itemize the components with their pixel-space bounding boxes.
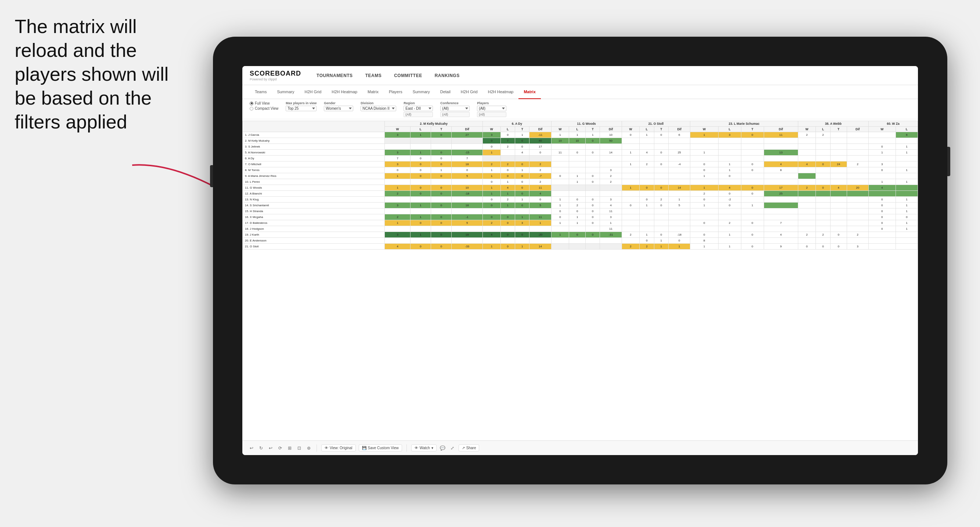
r8c9: 0 <box>551 173 569 179</box>
r4c3: 0 <box>431 150 452 156</box>
sub-nav-summary[interactable]: Summary <box>272 85 299 99</box>
r5c15 <box>654 156 668 162</box>
r18c10: 0 <box>569 232 585 238</box>
table-row: 11. G Woods 1 0 0 10 1 4 0 11 1 <box>243 185 918 191</box>
sub-nav-h2h-grid[interactable]: H2H Grid <box>299 85 326 99</box>
r17c24 <box>847 226 869 232</box>
r2c13 <box>622 138 640 144</box>
r7c9 <box>551 167 569 173</box>
sub-nav-detail[interactable]: Detail <box>435 85 456 99</box>
r16c2: 0 <box>410 220 431 226</box>
r20c19: 0 <box>741 244 764 249</box>
settings-icon[interactable]: ⊛ <box>305 445 312 451</box>
sub-nav-teams[interactable]: Teams <box>250 85 272 99</box>
tablet-device: SCOREBOARD Powered by clippd TOURNAMENTS… <box>213 37 947 484</box>
copy-icon[interactable]: ⊞ <box>286 445 293 451</box>
r5c5 <box>483 156 501 162</box>
gender-select[interactable]: Women's Men's <box>324 106 353 111</box>
full-view-radio[interactable] <box>250 102 253 105</box>
max-players-select[interactable]: Top 25 Top 50 All <box>286 106 317 111</box>
region-select[interactable]: East - DII West - DII Central - DII <box>404 106 433 111</box>
player-13-name: 14. S Srichantamit <box>243 203 385 208</box>
r2c11: 0 <box>585 138 600 144</box>
r4c23 <box>830 150 847 156</box>
division-label: Division <box>361 101 396 105</box>
r18c13: 2 <box>622 232 640 238</box>
r8c26 <box>896 173 918 179</box>
r14c11: 0 <box>585 208 600 214</box>
r7c22 <box>816 167 830 173</box>
r14c22 <box>816 208 830 214</box>
compact-view-radio[interactable] <box>250 107 253 111</box>
r20c5: 1 <box>483 244 501 249</box>
sub-nav-summary2[interactable]: Summary <box>407 85 435 99</box>
view-original-btn[interactable]: 👁 View: Original <box>321 444 356 451</box>
nav-committee[interactable]: COMMITTEE <box>393 71 423 79</box>
share-btn[interactable]: ↗ Share <box>458 444 479 451</box>
player-17-name: 18. J Hodgson <box>243 226 385 232</box>
col-ady-l: L <box>501 127 515 132</box>
nav-rankings[interactable]: RANKINGS <box>434 71 460 79</box>
r17c7 <box>515 226 530 232</box>
r20c11 <box>585 244 600 249</box>
col-aw-w: W <box>798 127 816 132</box>
r12c21 <box>798 197 816 203</box>
r9c9 <box>551 179 569 185</box>
sub-nav-h2h-heatmap2[interactable]: H2H Heatmap <box>483 85 519 99</box>
view-original-label: View: Original <box>330 446 353 450</box>
r10c19: 0 <box>741 185 764 191</box>
conference-select[interactable]: (All) <box>440 106 469 111</box>
r9c16 <box>668 179 690 185</box>
r12c7: 1 <box>515 197 530 203</box>
sub-nav-matrix2[interactable]: Matrix <box>519 85 541 99</box>
save-custom-btn[interactable]: 💾 Save Custom View <box>359 444 402 451</box>
r5c4: 7 <box>452 156 483 162</box>
fullscreen-icon[interactable]: ⤢ <box>449 445 456 451</box>
r13c3: 0 <box>431 203 452 208</box>
r17c14 <box>640 226 654 232</box>
r6c1: 3 <box>385 162 410 167</box>
watch-btn[interactable]: 👁 Watch ▾ <box>411 444 437 451</box>
player-col-header <box>243 121 385 132</box>
matrix-content[interactable]: 2. M Kelly Mulcahy 6. A Dy 11. G Woods 2… <box>242 119 918 440</box>
r12c24 <box>847 197 869 203</box>
r17c22 <box>816 226 830 232</box>
sub-nav-players[interactable]: Players <box>384 85 407 99</box>
sub-nav-matrix[interactable]: Matrix <box>363 85 384 99</box>
r14c25: 0 <box>869 208 896 214</box>
r4c22 <box>816 150 830 156</box>
compact-view-option[interactable]: Compact View <box>250 106 278 111</box>
comment-icon[interactable]: 💬 <box>439 445 446 451</box>
zoom-icon[interactable]: ⊡ <box>296 445 302 451</box>
division-select[interactable]: NCAA Division II NCAA Division I NCAA Di… <box>361 106 396 111</box>
undo-icon[interactable]: ↩ <box>248 445 255 451</box>
r18c11: 0 <box>585 232 600 238</box>
r10c26 <box>896 185 918 191</box>
col-ady-w: W <box>483 127 501 132</box>
col-gw-l: L <box>569 127 585 132</box>
r18c25 <box>869 232 896 238</box>
full-view-option[interactable]: Full View <box>250 101 278 105</box>
back-icon[interactable]: ↩ <box>267 445 274 451</box>
sub-nav-h2h-grid2[interactable]: H2H Grid <box>456 85 483 99</box>
r18c9: 1 <box>551 232 569 238</box>
nav-teams[interactable]: TEAMS <box>364 71 383 79</box>
r15c2: 1 <box>410 214 431 220</box>
r7c25: 0 <box>869 167 896 173</box>
r6c16: -4 <box>668 162 690 167</box>
r4c1: 3 <box>385 150 410 156</box>
r8c15 <box>654 173 668 179</box>
nav-tournaments[interactable]: TOURNAMENTS <box>316 71 353 79</box>
r8c10: 1 <box>569 173 585 179</box>
sub-nav-h2h-heatmap[interactable]: H2H Heatmap <box>326 85 363 99</box>
r1c9: 1 <box>551 132 569 138</box>
redo-icon[interactable]: ↻ <box>258 445 264 451</box>
r15c10: 1 <box>569 214 585 220</box>
refresh-icon[interactable]: ⟳ <box>277 445 283 451</box>
r5c11 <box>585 156 600 162</box>
r6c22: 0 <box>816 162 830 167</box>
r3c16 <box>668 144 690 150</box>
r16c11: 0 <box>585 220 600 226</box>
players-select[interactable]: (All) <box>477 106 506 111</box>
r12c1 <box>385 197 410 203</box>
